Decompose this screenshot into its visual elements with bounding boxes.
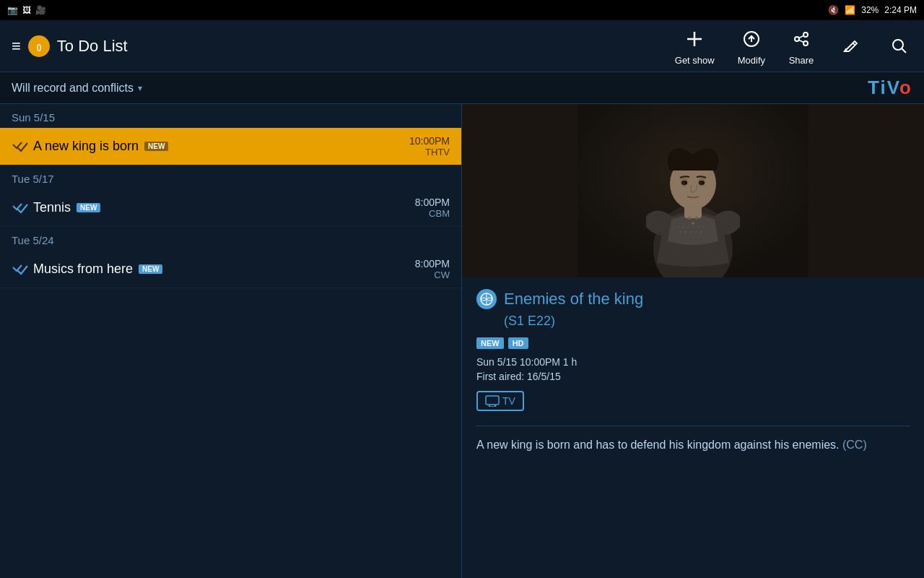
main-layout: Sun 5/15 A new king is born NEW 10:00PM …: [0, 104, 924, 578]
svg-line-11: [853, 43, 855, 45]
svg-point-26: [695, 231, 697, 233]
detail-panel: Enemies of the king (S1 E22) NEW HD Sun …: [462, 104, 924, 578]
svg-point-38: [692, 222, 694, 225]
svg-point-36: [688, 217, 691, 220]
modify-icon: [738, 26, 764, 52]
svg-point-6: [803, 33, 808, 37]
detail-show-title: Enemies of the king: [504, 290, 643, 309]
filter-text[interactable]: Will record and conflicts ▾: [12, 82, 142, 95]
dropdown-arrow-icon: ▾: [138, 83, 142, 93]
detail-title-row: Enemies of the king: [476, 289, 910, 309]
date-header-2: Tue 5/17: [0, 165, 461, 189]
new-badge-3: NEW: [139, 264, 162, 274]
svg-point-8: [795, 37, 799, 41]
svg-point-34: [683, 182, 685, 184]
menu-icon[interactable]: ≡: [12, 37, 21, 56]
modify-label: Modify: [738, 55, 765, 66]
list-item[interactable]: A new king is born NEW 10:00PM THTV: [0, 128, 461, 165]
show-time-info-1: 10:00PM THTV: [409, 135, 450, 158]
share-icon: [788, 26, 814, 52]
status-bar: 📷 🖼 🎥 🔇 📶 32% 2:24 PM: [0, 0, 924, 20]
search-button[interactable]: [886, 33, 912, 59]
svg-line-13: [902, 48, 906, 53]
tivo-logo-icon: (): [28, 35, 50, 57]
date-header-1: Sun 5/15: [0, 104, 461, 128]
status-icon-1: 📷: [7, 5, 18, 15]
detail-cc: (CC): [842, 439, 867, 451]
search-icon: [886, 33, 912, 59]
action-bar: ≡ () To Do List Get show: [0, 20, 924, 72]
svg-point-19: [688, 226, 690, 228]
svg-point-7: [803, 41, 808, 46]
detail-divider: [476, 426, 910, 426]
svg-point-12: [893, 40, 903, 50]
filter-label: Will record and conflicts: [12, 82, 134, 95]
show-time-info-2: 8:00PM CBM: [415, 197, 450, 219]
share-button[interactable]: Share: [788, 26, 814, 66]
svg-point-20: [693, 226, 695, 228]
list-item[interactable]: Musics from here NEW 8:00PM CW: [0, 251, 461, 288]
svg-point-17: [678, 226, 680, 228]
get-show-button[interactable]: Get show: [675, 26, 715, 66]
show-thumbnail: [462, 104, 924, 277]
detail-first-aired: First aired: 16/5/15: [476, 371, 910, 382]
share-label: Share: [789, 55, 814, 66]
svg-point-27: [700, 231, 702, 233]
check-double-icon: [12, 202, 33, 215]
warrior-image: [462, 104, 924, 277]
sub-header: Will record and conflicts ▾ TiVo: [0, 72, 924, 104]
app-title-row: ≡ () To Do List: [12, 35, 675, 57]
svg-point-21: [698, 226, 700, 228]
detail-info: Enemies of the king (S1 E22) NEW HD Sun …: [462, 277, 924, 465]
list-item[interactable]: Tennis NEW 8:00PM CBM: [0, 189, 461, 227]
detail-hd-badge: HD: [508, 337, 528, 349]
svg-point-24: [685, 231, 687, 233]
svg-point-18: [683, 226, 685, 228]
tivo-brand-logo: TiVo: [868, 77, 912, 99]
detail-badges: NEW HD: [476, 337, 910, 349]
svg-point-23: [680, 231, 682, 233]
new-badge-1: NEW: [144, 142, 168, 151]
detail-description: A new king is born and has to defend his…: [476, 436, 910, 454]
clock: 2:24 PM: [884, 5, 917, 15]
modify-button[interactable]: Modify: [738, 26, 765, 66]
page-title: To Do List: [57, 37, 128, 56]
detail-air-info: Sun 5/15 10:00PM 1 h: [476, 356, 910, 368]
svg-point-25: [690, 231, 692, 233]
status-icon-2: 🖼: [22, 5, 31, 15]
plus-icon: [681, 26, 707, 52]
action-buttons: Get show Modify: [675, 26, 912, 66]
battery-level: 32%: [861, 5, 879, 15]
get-show-label: Get show: [675, 55, 715, 66]
show-title-1: A new king is born NEW: [33, 139, 409, 154]
check-double-icon: [12, 140, 33, 153]
svg-line-9: [799, 36, 803, 38]
date-header-3: Tue 5/24: [0, 227, 461, 251]
show-time-info-3: 8:00PM CW: [415, 258, 450, 280]
tv-label: TV: [502, 395, 515, 407]
new-badge-2: NEW: [77, 203, 100, 212]
mute-icon: 🔇: [828, 5, 839, 15]
svg-point-37: [695, 217, 698, 220]
status-bar-right: 🔇 📶 32% 2:24 PM: [828, 5, 917, 15]
detail-new-badge: NEW: [476, 337, 504, 349]
wifi-icon: 📶: [845, 5, 855, 15]
tivo-o-letter: o: [899, 77, 912, 98]
show-network-icon: [476, 289, 497, 309]
detail-episode: (S1 E22): [476, 314, 910, 329]
show-title-3: Musics from here NEW: [33, 262, 415, 277]
show-list-panel: Sun 5/15 A new king is born NEW 10:00PM …: [0, 104, 462, 578]
pen-icon: [837, 33, 863, 59]
check-double-icon: [12, 263, 33, 276]
svg-line-10: [799, 40, 803, 43]
status-bar-left: 📷 🖼 🎥: [7, 5, 46, 15]
svg-text:(): (): [37, 43, 42, 51]
svg-rect-41: [486, 396, 499, 405]
tv-icon-box: TV: [476, 391, 524, 411]
svg-point-22: [703, 226, 705, 228]
show-title-2: Tennis NEW: [33, 200, 415, 215]
status-icon-3: 🎥: [35, 5, 46, 15]
svg-point-35: [700, 182, 702, 184]
pen-button[interactable]: [837, 33, 863, 59]
